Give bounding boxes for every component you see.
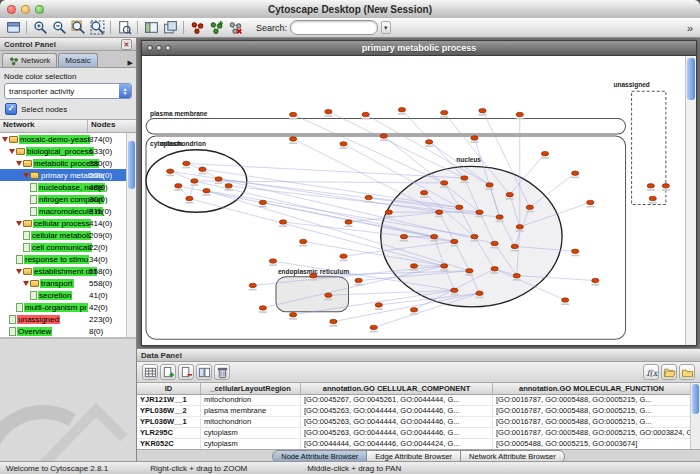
network-node[interactable] xyxy=(425,140,432,144)
folder-icon[interactable] xyxy=(679,364,695,380)
network-node[interactable] xyxy=(516,225,523,229)
tree-row[interactable]: cell communicati22(0) xyxy=(0,241,127,253)
network-node[interactable] xyxy=(175,184,182,188)
network-node[interactable] xyxy=(199,167,206,171)
network-node[interactable] xyxy=(325,109,332,113)
network-node[interactable] xyxy=(506,192,513,196)
table-cell[interactable]: [GO:0005488, GO:0005215, GO:0003674] xyxy=(493,439,691,449)
tree-row-label[interactable]: response to stimu xyxy=(24,255,89,264)
columns-icon[interactable] xyxy=(196,364,212,380)
network-node[interactable] xyxy=(491,267,498,271)
network-node[interactable] xyxy=(471,234,478,238)
table-cell[interactable]: cytoplasm xyxy=(201,428,301,438)
network-node[interactable] xyxy=(249,283,256,287)
tab-mosaic[interactable]: Mosaic xyxy=(58,53,97,67)
network-node[interactable] xyxy=(183,161,190,165)
network-node[interactable] xyxy=(541,151,548,155)
network-node[interactable] xyxy=(461,176,468,180)
network-node[interactable] xyxy=(513,273,520,277)
table-cell[interactable]: [GO:0016787, GO:0005488, GO:0005215, G..… xyxy=(493,406,691,416)
network-node[interactable] xyxy=(476,291,483,295)
trash-icon[interactable] xyxy=(214,364,230,380)
network-node[interactable] xyxy=(259,306,266,310)
network-node[interactable] xyxy=(186,196,193,200)
tree-row[interactable]: nitrogen compoun30(0) xyxy=(0,193,127,205)
zoom-fit-icon[interactable] xyxy=(88,19,106,37)
tree-row[interactable]: response to stimu34(0) xyxy=(0,253,127,265)
network-node[interactable] xyxy=(330,319,337,323)
tree-row-label[interactable]: secretion xyxy=(38,291,72,300)
network-node[interactable] xyxy=(215,177,222,181)
network-node[interactable] xyxy=(441,110,448,114)
table-cell[interactable]: [GO:0016787, GO:0005488, GO:0005215, G..… xyxy=(493,395,691,405)
network-node[interactable] xyxy=(300,239,307,243)
tree-row[interactable]: establishment of l558(0) xyxy=(0,265,127,277)
network-node[interactable] xyxy=(279,220,286,224)
tree-row[interactable]: cellular metaboli209(0) xyxy=(0,229,127,241)
network-node[interactable] xyxy=(511,244,518,248)
network-node[interactable] xyxy=(410,308,417,312)
table-cell[interactable]: [GO:0045267, GO:0045261, GO:0044444, G..… xyxy=(301,395,493,405)
network-node[interactable] xyxy=(456,205,463,209)
tree-row-label[interactable]: Overview xyxy=(17,327,52,336)
frame-maximize-button[interactable] xyxy=(165,45,171,51)
table-cell[interactable]: YPL036W__2 xyxy=(137,406,201,416)
network-node[interactable] xyxy=(289,112,296,116)
tree-row[interactable]: multi-organism pr42(0) xyxy=(0,301,127,313)
network-node[interactable] xyxy=(167,169,174,173)
network-node[interactable] xyxy=(561,298,568,302)
table-row[interactable]: YPL036W__1mitochondrion[GO:0045263, GO:0… xyxy=(137,417,691,428)
tree-row-label[interactable]: transport xyxy=(40,279,74,288)
tree-row[interactable]: nucleobase, nucle48(0) xyxy=(0,181,127,193)
tree-row-label[interactable]: unassigned xyxy=(17,315,60,324)
search-input[interactable] xyxy=(290,20,378,35)
tree-row[interactable]: secretion41(0) xyxy=(0,289,127,301)
grid-icon[interactable] xyxy=(142,364,158,380)
network-view-titlebar[interactable]: primary metabolic process xyxy=(142,41,696,56)
tree-row[interactable]: primary metabolic209(0) xyxy=(0,169,127,181)
network-node[interactable] xyxy=(289,137,296,141)
table-cell[interactable]: [GO:0045263, GO:0044444, GO:0044446, G..… xyxy=(301,417,493,427)
table-cell[interactable]: mitochondrion xyxy=(201,395,301,405)
tree-expander-icon[interactable] xyxy=(23,281,29,286)
network-node[interactable] xyxy=(340,142,347,146)
network-node[interactable] xyxy=(289,312,296,316)
network-node[interactable] xyxy=(491,241,498,245)
network-node[interactable] xyxy=(572,249,579,253)
network-overview-icon[interactable] xyxy=(188,19,206,37)
doc-plus-icon[interactable] xyxy=(160,364,176,380)
fx-icon[interactable]: f(x) xyxy=(643,364,659,380)
network-node[interactable] xyxy=(400,234,407,238)
network-canvas[interactable]: plasma membranecytoplasmmitochondrionnuc… xyxy=(142,56,696,345)
network-node[interactable] xyxy=(385,210,392,214)
tree-column-network[interactable]: Network xyxy=(0,120,88,132)
frame-close-button[interactable] xyxy=(147,45,153,51)
network-node[interactable] xyxy=(355,278,362,282)
network-node[interactable] xyxy=(451,288,458,292)
table-column-header[interactable]: ID xyxy=(137,383,201,394)
combobox-arrows-icon[interactable]: ▲▼ xyxy=(119,84,131,98)
table-cell[interactable]: YPL036W__1 xyxy=(137,417,201,427)
network-node[interactable] xyxy=(649,196,656,200)
create-view-icon[interactable] xyxy=(207,19,225,37)
network-node[interactable] xyxy=(572,171,579,175)
tab-network[interactable]: Network xyxy=(2,53,57,67)
tree-expander-icon[interactable] xyxy=(23,173,29,178)
table-cell[interactable]: YKR052C xyxy=(137,439,201,449)
network-node[interactable] xyxy=(451,239,458,243)
tree-row[interactable]: metabolic process280(0) xyxy=(0,157,127,169)
table-row[interactable]: YJR121W__1mitochondrion[GO:0045267, GO:0… xyxy=(137,395,691,406)
tree-row-label[interactable]: cellular process xyxy=(33,219,91,228)
float-panels-icon[interactable] xyxy=(161,19,179,37)
network-node[interactable] xyxy=(486,183,493,187)
doc-minus-icon[interactable] xyxy=(178,364,194,380)
tree-row-label[interactable]: cellular metaboli xyxy=(31,231,91,240)
table-row[interactable]: YPL036W__2plasma membrane[GO:0045263, GO… xyxy=(137,406,691,417)
tree-row-label[interactable]: mosaic-demo-yeast xyxy=(19,135,90,144)
network-node[interactable] xyxy=(191,179,198,183)
table-cell[interactable]: cytoplasm xyxy=(201,439,301,449)
select-nodes-checkbox[interactable]: ✓ xyxy=(5,103,17,115)
tree-row[interactable]: Overview8(0) xyxy=(0,325,127,337)
control-panel-close-icon[interactable]: ✕ xyxy=(121,39,132,50)
tree-row[interactable]: biological_process633(0) xyxy=(0,145,127,157)
